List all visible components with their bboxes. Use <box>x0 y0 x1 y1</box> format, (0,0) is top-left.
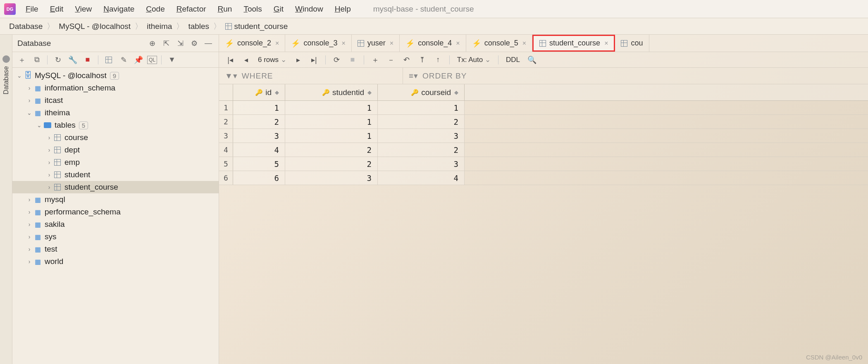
where-filter[interactable]: ▼▾WHERE <box>219 68 403 84</box>
pin-icon[interactable]: 📌 <box>132 54 145 66</box>
close-icon[interactable]: × <box>342 40 346 47</box>
tab-console_5[interactable]: ⚡console_5× <box>466 35 532 52</box>
column-header-studentid[interactable]: 🔑studentid◆ <box>285 84 378 100</box>
cell-id[interactable]: 4 <box>233 143 285 157</box>
crumb-schema[interactable]: itheima <box>143 22 175 31</box>
stop-icon[interactable]: ■ <box>346 54 359 66</box>
menu-view[interactable]: View <box>69 3 98 15</box>
menu-file[interactable]: File <box>20 3 44 15</box>
tab-yuser[interactable]: yuser× <box>352 35 400 52</box>
tree-node-sakila[interactable]: ›▦sakila <box>12 218 219 231</box>
next-page-icon[interactable]: ▸ <box>292 54 305 66</box>
tab-cou[interactable]: cou <box>615 35 649 52</box>
tree-node-tables[interactable]: ⌄tables5 <box>12 119 219 131</box>
crumb-tables[interactable]: tables <box>185 22 212 31</box>
cell-studentid[interactable]: 2 <box>285 143 378 157</box>
menu-tools[interactable]: Tools <box>238 3 267 15</box>
table-row[interactable]: 5523 <box>219 157 868 171</box>
tree-node-course[interactable]: ›course <box>12 131 219 144</box>
gear-icon[interactable]: ⚙ <box>188 37 200 50</box>
tree-node-information_schema[interactable]: ›▦information_schema <box>12 82 219 94</box>
remove-row-icon[interactable]: － <box>385 54 397 66</box>
tab-console_2[interactable]: ⚡console_2× <box>219 35 285 52</box>
cell-id[interactable]: 6 <box>233 171 285 185</box>
database-icon[interactable] <box>2 55 10 63</box>
tree-node-student_course[interactable]: ›student_course <box>12 181 219 193</box>
target-icon[interactable]: ⊕ <box>146 37 158 50</box>
menu-run[interactable]: Run <box>212 3 238 15</box>
first-page-icon[interactable]: |◂ <box>224 54 236 66</box>
expand-icon[interactable]: ⇱ <box>160 37 172 50</box>
upload-icon[interactable]: ↑ <box>432 54 444 66</box>
cell-id[interactable]: 5 <box>233 157 285 171</box>
cell-courseid[interactable]: 3 <box>378 129 465 143</box>
table-row[interactable]: 3313 <box>219 129 868 143</box>
database-tree[interactable]: ⌄🗄MySQL - @localhost9›▦information_schem… <box>12 68 219 364</box>
tree-node-performance_schema[interactable]: ›▦performance_schema <box>12 206 219 218</box>
table-icon[interactable] <box>103 54 115 66</box>
last-page-icon[interactable]: ▸| <box>308 54 320 66</box>
add-icon[interactable]: ＋ <box>16 54 28 66</box>
tab-console_3[interactable]: ⚡console_3× <box>285 35 351 52</box>
close-icon[interactable]: × <box>604 40 608 47</box>
filter-icon[interactable]: ▼ <box>166 54 178 66</box>
table-row[interactable]: 4422 <box>219 143 868 157</box>
cell-studentid[interactable]: 3 <box>285 171 378 185</box>
table-row[interactable]: 2212 <box>219 115 868 129</box>
revert-icon[interactable]: ↶ <box>401 54 413 66</box>
minimize-icon[interactable]: — <box>202 37 215 50</box>
cell-studentid[interactable]: 1 <box>285 101 378 114</box>
cell-courseid[interactable]: 4 <box>378 171 465 185</box>
stop-icon[interactable]: ■ <box>81 54 94 66</box>
tree-node-dept[interactable]: ›dept <box>12 144 219 156</box>
cell-studentid[interactable]: 2 <box>285 157 378 171</box>
menu-refactor[interactable]: Refactor <box>171 3 212 15</box>
database-tool-tab[interactable]: Database <box>2 66 10 95</box>
commit-icon[interactable]: ⤒ <box>416 54 429 66</box>
tree-node-mysql[interactable]: ›▦mysql <box>12 193 219 206</box>
cell-courseid[interactable]: 3 <box>378 157 465 171</box>
tree-node-sys[interactable]: ›▦sys <box>12 231 219 243</box>
cell-courseid[interactable]: 1 <box>378 101 465 114</box>
table-row[interactable]: 6634 <box>219 171 868 185</box>
menu-navigate[interactable]: Navigate <box>98 3 140 15</box>
tree-node-itheima[interactable]: ⌄▦itheima <box>12 107 219 119</box>
refresh-icon[interactable]: ↻ <box>52 54 64 66</box>
ddl-button[interactable]: DDL <box>503 56 523 64</box>
crumb-database[interactable]: Database <box>6 22 46 31</box>
cell-courseid[interactable]: 2 <box>378 115 465 128</box>
prev-page-icon[interactable]: ◂ <box>240 54 252 66</box>
reload-icon[interactable]: ⟳ <box>331 54 343 66</box>
tab-console_4[interactable]: ⚡console_4× <box>400 35 466 52</box>
menu-edit[interactable]: Edit <box>44 3 69 15</box>
copy-icon[interactable]: ⧉ <box>31 54 43 66</box>
table-row[interactable]: 1111 <box>219 101 868 115</box>
menu-code[interactable]: Code <box>140 3 170 15</box>
search-icon[interactable]: 🔍 <box>526 54 538 66</box>
tx-mode[interactable]: Tx: Auto ⌄ <box>454 55 494 64</box>
ql-icon[interactable]: QL <box>147 56 157 64</box>
rows-label[interactable]: 6 rows ⌄ <box>255 55 290 64</box>
wrench-icon[interactable]: 🔧 <box>67 54 79 66</box>
tree-node-itcast[interactable]: ›▦itcast <box>12 94 219 107</box>
tree-node-world[interactable]: ›▦world <box>12 255 219 268</box>
menu-window[interactable]: Window <box>289 3 329 15</box>
orderby-filter[interactable]: ≡▾ORDER BY <box>403 68 868 84</box>
edit-icon[interactable]: ✎ <box>117 54 130 66</box>
tree-node-MySQL-localhost[interactable]: ⌄🗄MySQL - @localhost9 <box>12 69 219 82</box>
collapse-icon[interactable]: ⇲ <box>174 37 186 50</box>
tab-student_course[interactable]: student_course× <box>532 35 615 52</box>
close-icon[interactable]: × <box>456 40 460 47</box>
close-icon[interactable]: × <box>390 40 393 47</box>
close-icon[interactable]: × <box>522 40 526 47</box>
cell-studentid[interactable]: 1 <box>285 115 378 128</box>
tree-node-student[interactable]: ›student <box>12 169 219 181</box>
cell-courseid[interactable]: 2 <box>378 143 465 157</box>
cell-studentid[interactable]: 1 <box>285 129 378 143</box>
cell-id[interactable]: 3 <box>233 129 285 143</box>
tree-node-emp[interactable]: ›emp <box>12 156 219 169</box>
column-header-id[interactable]: 🔑id◆ <box>233 84 285 100</box>
cell-id[interactable]: 1 <box>233 101 285 114</box>
column-header-courseid[interactable]: 🔑courseid◆ <box>378 84 465 100</box>
menu-git[interactable]: Git <box>268 3 289 15</box>
